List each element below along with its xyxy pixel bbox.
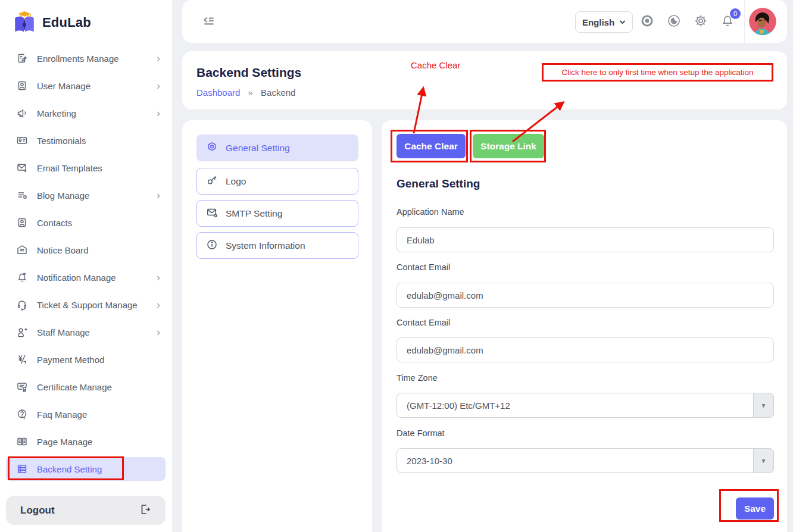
user-avatar[interactable]	[749, 8, 776, 35]
select-dropdown-icon: ▼	[753, 448, 774, 473]
sidebar-item-label: Page Manage	[37, 437, 160, 447]
headset-icon	[15, 298, 29, 311]
chevron-right-icon: ›	[157, 108, 160, 118]
topbar: English 0	[182, 0, 787, 43]
sidebar-item-payment-method[interactable]: Payment Method	[0, 346, 172, 373]
breadcrumb-separator: »	[248, 87, 253, 98]
select-dropdown-icon: ▼	[753, 393, 774, 418]
settings-tab-general-setting[interactable]: General Setting	[196, 134, 358, 161]
notification-badge: 0	[730, 8, 741, 19]
gear-icon	[206, 141, 218, 155]
notice-icon	[15, 243, 29, 256]
sidebar-item-label: User Manage	[37, 81, 157, 91]
settings-tab-label: SMTP Setting	[226, 208, 282, 219]
chevron-right-icon: ›	[157, 190, 160, 201]
chevron-right-icon: ›	[157, 272, 160, 283]
sidebar-item-label: Backend Setting	[37, 464, 156, 474]
key-icon	[206, 174, 218, 189]
chevron-right-icon: ›	[157, 53, 160, 64]
settings-tab-system-information[interactable]: System Information	[196, 232, 358, 259]
brand-name: EduLab	[42, 15, 91, 30]
chevron-right-icon: ›	[157, 327, 160, 337]
date-format-select[interactable]: 2023-10-30 ▼	[396, 448, 774, 473]
date-format-label: Date Format	[396, 428, 445, 438]
id-card-icon	[15, 134, 29, 147]
blog-icon	[15, 189, 29, 202]
cache-clear-button[interactable]: Cache Clear	[396, 134, 466, 158]
sidebar-item-label: Certificate Manage	[37, 382, 160, 392]
sidebar-item-label: Payment Method	[37, 355, 160, 365]
email-plus-icon	[15, 161, 29, 174]
sidebar-item-email-templates[interactable]: Email Templates	[0, 154, 172, 181]
settings-tab-logo[interactable]: Logo	[196, 168, 358, 195]
chevron-right-icon: ›	[157, 80, 160, 91]
time-zone-select[interactable]: (GMT-12:00) Etc/GMT+12 ▼	[396, 393, 774, 418]
notifications-button[interactable]: 0	[720, 14, 735, 28]
chevron-down-icon	[619, 20, 626, 24]
sidebar-collapse-button[interactable]	[201, 14, 217, 29]
sidebar-item-label: Blog Manage	[37, 190, 157, 201]
breadcrumb-dashboard-link[interactable]: Dashboard	[196, 87, 240, 98]
edulab-logo-icon	[12, 9, 37, 36]
gear-icon	[694, 14, 708, 28]
page-icon	[15, 435, 29, 448]
page-header-card: Backend Settings Dashboard » Backend	[182, 51, 787, 109]
sidebar-item-faq-manage[interactable]: Faq Manage	[0, 400, 172, 428]
contact-email-input-2[interactable]	[396, 337, 774, 362]
contact-card-icon	[15, 216, 29, 229]
moon-icon	[667, 14, 681, 28]
application-name-label: Application Name	[396, 207, 464, 217]
sidebar-item-label: Contacts	[37, 218, 160, 228]
sidebar-item-staff-manage[interactable]: Staff Manage ›	[0, 318, 172, 346]
topbar-divider	[744, 0, 745, 43]
sidebar-item-contacts[interactable]: Contacts	[0, 209, 172, 236]
megaphone-icon	[15, 107, 29, 120]
logout-button[interactable]: Logout	[6, 496, 166, 525]
application-name-input[interactable]	[396, 227, 774, 252]
sidebar-nav: Enrollments Manage › User Manage › Marke…	[0, 45, 172, 483]
sidebar-item-notification-manage[interactable]: Notification Manage ›	[0, 264, 172, 291]
user-icon	[15, 79, 29, 92]
breadcrumb: Dashboard » Backend	[196, 87, 295, 98]
staff-plus-icon	[15, 326, 29, 339]
sidebar-item-user-manage[interactable]: User Manage ›	[0, 72, 172, 99]
sidebar-item-ticket-support-manage[interactable]: Ticket & Support Manage ›	[0, 291, 172, 318]
contact-email-input[interactable]	[396, 283, 774, 308]
payment-icon	[15, 353, 29, 366]
bell-icon	[15, 271, 29, 284]
language-dropdown[interactable]: English	[575, 11, 633, 33]
brand[interactable]: EduLab	[0, 0, 172, 36]
sidebar-item-backend-setting[interactable]: Backend Setting	[6, 457, 166, 481]
mail-setting-icon	[206, 206, 218, 221]
sidebar-item-notice-board[interactable]: Notice Board	[0, 236, 172, 264]
sidebar-item-label: Staff Manage	[37, 327, 157, 337]
sidebar-item-page-manage[interactable]: Page Manage	[0, 428, 172, 455]
section-title: General Setting	[396, 177, 480, 190]
time-zone-value: (GMT-12:00) Etc/GMT+12	[407, 400, 510, 411]
sidebar-item-enrollments-manage[interactable]: Enrollments Manage ›	[0, 45, 172, 72]
time-zone-label: Time Zone	[396, 373, 438, 383]
date-format-value: 2023-10-30	[407, 456, 452, 466]
save-button[interactable]: Save	[736, 497, 774, 520]
sidebar-item-certificate-manage[interactable]: Certificate Manage	[0, 373, 172, 400]
sidebar-item-label: Enrollments Manage	[37, 54, 157, 64]
visibility-toggle-button[interactable]	[640, 14, 654, 28]
topbar-icons: 0	[640, 14, 735, 28]
settings-button[interactable]	[694, 14, 708, 28]
settings-tab-smtp-setting[interactable]: SMTP Setting	[196, 200, 358, 227]
sidebar-item-blog-manage[interactable]: Blog Manage ›	[0, 181, 172, 209]
settings-tab-label: General Setting	[226, 143, 290, 154]
sidebar-item-testimonials[interactable]: Testimonials	[0, 127, 172, 154]
sidebar-item-label: Testimonials	[37, 136, 160, 146]
storage-link-button[interactable]: Storage Link	[473, 134, 544, 158]
sidebar-item-label: Faq Manage	[37, 409, 160, 420]
sidebar-item-label: Notice Board	[37, 245, 160, 255]
logout-icon	[138, 503, 151, 518]
info-icon	[206, 239, 218, 253]
language-value: English	[582, 17, 614, 27]
settings-nav-card: General Setting Logo SMTP Setting System…	[182, 120, 372, 532]
faq-icon	[15, 408, 29, 421]
sidebar-item-marketing[interactable]: Marketing ›	[0, 99, 172, 127]
sidebar: EduLab Enrollments Manage › User Manage …	[0, 0, 172, 532]
dark-mode-button[interactable]	[667, 14, 681, 28]
